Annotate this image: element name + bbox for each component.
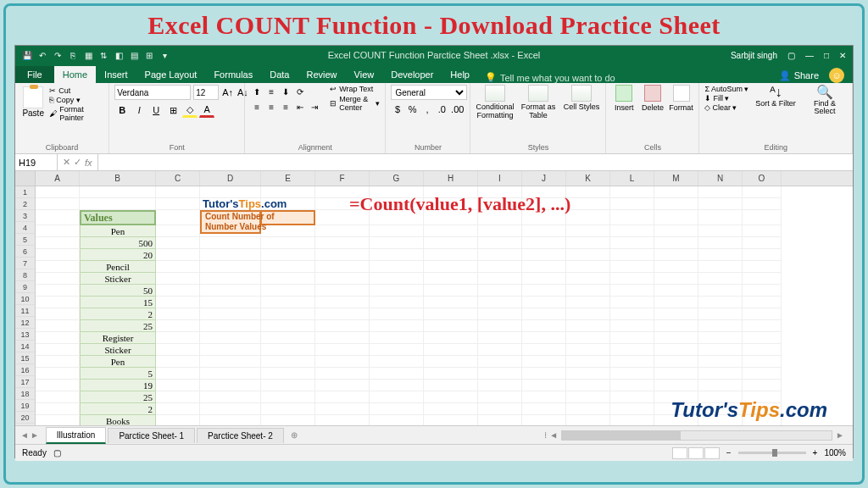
cell[interactable] [522, 368, 566, 380]
cell[interactable] [424, 249, 478, 261]
cell[interactable] [156, 198, 200, 210]
cell[interactable] [743, 225, 782, 237]
cell[interactable] [200, 237, 261, 249]
cell[interactable] [610, 297, 654, 308]
cell[interactable] [261, 273, 315, 285]
cancel-formula-icon[interactable]: ✕ [63, 157, 70, 168]
cell[interactable] [370, 237, 424, 249]
minimize-icon[interactable]: — [805, 51, 814, 60]
cell[interactable] [315, 237, 370, 249]
cell[interactable] [424, 403, 478, 415]
cell[interactable] [156, 368, 200, 380]
row-header[interactable]: 16 [15, 364, 35, 376]
cell[interactable] [610, 332, 654, 344]
cell[interactable] [610, 225, 654, 237]
fill-color-button[interactable]: ◇ [182, 103, 198, 118]
format-painter-button[interactable]: 🖌Format Painter [49, 105, 103, 122]
cell[interactable] [315, 273, 370, 285]
align-bottom-icon[interactable]: ⬇ [279, 85, 292, 98]
cell[interactable] [478, 249, 522, 261]
cell[interactable] [261, 237, 315, 249]
cell[interactable] [261, 368, 315, 380]
tab-home[interactable]: Home [54, 66, 96, 83]
cell[interactable] [370, 344, 424, 356]
cell[interactable] [36, 249, 80, 261]
cell[interactable] [261, 356, 315, 368]
tab-page-layout[interactable]: Page Layout [136, 66, 206, 83]
cell[interactable] [566, 249, 610, 261]
cell[interactable] [743, 249, 782, 261]
cell[interactable] [654, 249, 698, 261]
cell[interactable] [424, 356, 478, 368]
cell[interactable] [654, 297, 698, 308]
insert-cells-button[interactable]: Insert [611, 85, 637, 112]
cell[interactable] [610, 186, 654, 198]
close-icon[interactable]: ✕ [839, 51, 846, 60]
font-name-select[interactable] [114, 85, 191, 100]
cell[interactable]: 25 [80, 320, 156, 332]
cell[interactable] [261, 391, 315, 403]
cell[interactable] [522, 308, 566, 320]
cell[interactable] [478, 237, 522, 249]
cell[interactable] [610, 237, 654, 249]
cell[interactable] [743, 210, 782, 225]
tab-help[interactable]: Help [442, 66, 478, 83]
cell[interactable] [315, 344, 370, 356]
merge-center-button[interactable]: ⊟Merge & Center ▾ [330, 95, 380, 112]
cell[interactable]: 2 [80, 403, 156, 415]
paste-button[interactable]: Paste [20, 85, 46, 152]
increase-indent-icon[interactable]: ⇥ [308, 100, 321, 114]
clear-button[interactable]: ◇Clear ▾ [704, 103, 748, 112]
cell[interactable] [36, 210, 80, 225]
format-cells-button[interactable]: Format [669, 85, 694, 112]
horizontal-scrollbar[interactable]: ⁞ ◄ ► [304, 430, 853, 441]
sheet-tab-practice1[interactable]: Parctice Sheet- 1 [108, 428, 195, 443]
cell[interactable] [424, 344, 478, 356]
cell[interactable] [261, 332, 315, 344]
cell[interactable] [566, 273, 610, 285]
cell[interactable] [156, 356, 200, 368]
cell[interactable] [698, 380, 743, 391]
cell[interactable] [566, 332, 610, 344]
cell[interactable] [200, 344, 261, 356]
cell[interactable] [698, 210, 743, 225]
cell[interactable] [156, 237, 200, 249]
cell[interactable] [566, 285, 610, 297]
cell[interactable] [156, 380, 200, 391]
page-break-view-button[interactable] [704, 447, 720, 459]
cell[interactable] [424, 225, 478, 237]
cell[interactable] [743, 198, 782, 210]
italic-button[interactable]: I [131, 103, 147, 118]
cell[interactable] [478, 368, 522, 380]
cell[interactable]: 19 [80, 380, 156, 391]
row-header[interactable]: 20 [15, 412, 35, 424]
cell[interactable] [566, 344, 610, 356]
cell[interactable] [654, 225, 698, 237]
cell[interactable] [566, 403, 610, 415]
font-color-button[interactable]: A [199, 103, 214, 118]
cell[interactable] [743, 261, 782, 273]
cell[interactable] [36, 273, 80, 285]
col-header[interactable]: E [261, 171, 315, 186]
cell[interactable] [698, 249, 743, 261]
cell[interactable] [478, 391, 522, 403]
align-top-icon[interactable]: ⬆ [250, 85, 264, 98]
cell[interactable] [478, 344, 522, 356]
undo-icon[interactable]: ↶ [37, 50, 47, 60]
cell[interactable] [200, 320, 261, 332]
cell[interactable] [370, 261, 424, 273]
cell[interactable] [370, 249, 424, 261]
fx-icon[interactable]: fx [85, 158, 92, 168]
cell[interactable] [478, 332, 522, 344]
cell[interactable] [200, 308, 261, 320]
cell[interactable] [36, 380, 80, 391]
col-header[interactable]: J [522, 171, 566, 186]
cell[interactable] [566, 225, 610, 237]
tab-review[interactable]: Review [298, 66, 345, 83]
cell[interactable] [566, 391, 610, 403]
cell[interactable] [566, 320, 610, 332]
cell[interactable] [261, 308, 315, 320]
cell[interactable] [370, 380, 424, 391]
delete-cells-button[interactable]: Delete [640, 85, 665, 112]
row-header[interactable]: 21 [15, 424, 35, 425]
